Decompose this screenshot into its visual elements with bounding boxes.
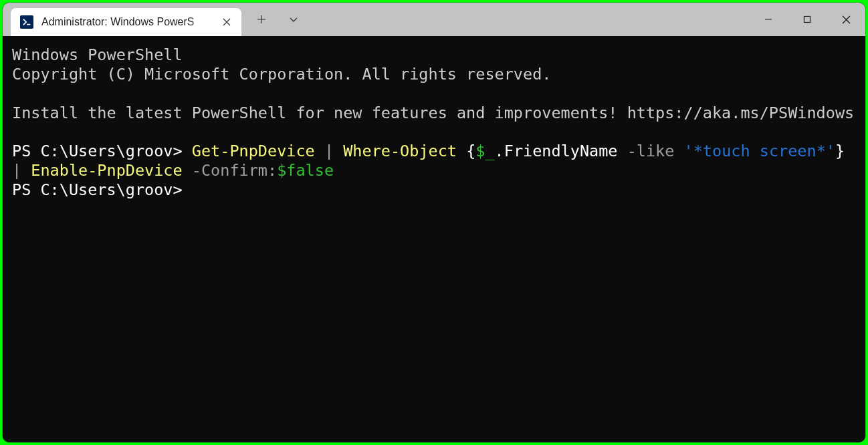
tab-title: Administrator: Windows PowerS xyxy=(41,16,215,28)
cmdlet: Get-PnpDevice xyxy=(192,142,315,160)
banner-line: Windows PowerShell xyxy=(12,45,183,64)
false-literal: $false xyxy=(277,161,334,180)
string: '*touch screen*' xyxy=(684,142,835,160)
tab-powershell[interactable]: Administrator: Windows PowerS xyxy=(11,8,241,36)
minimize-button[interactable] xyxy=(749,3,788,36)
banner-line: Install the latest PowerShell for new fe… xyxy=(12,104,854,122)
brace: { xyxy=(457,142,475,160)
operator: -like xyxy=(627,142,684,160)
space xyxy=(183,161,192,180)
tab-close-button[interactable] xyxy=(219,14,235,30)
prompt: PS C:\Users\groov> xyxy=(12,180,183,199)
brace: } xyxy=(835,142,845,160)
pipe: | xyxy=(315,142,343,160)
powershell-icon xyxy=(20,15,33,29)
tab-strip: Administrator: Windows PowerS xyxy=(3,3,749,36)
new-tab-button[interactable] xyxy=(245,3,278,36)
tab-actions xyxy=(245,3,310,36)
terminal-window: Administrator: Windows PowerS xyxy=(3,3,865,442)
cmdlet: Enable-PnpDevice xyxy=(31,161,182,180)
titlebar[interactable]: Administrator: Windows PowerS xyxy=(3,3,865,36)
member: .FriendlyName xyxy=(495,142,627,160)
parameter: -Confirm: xyxy=(192,161,277,180)
tab-dropdown-button[interactable] xyxy=(278,3,310,36)
svg-rect-0 xyxy=(804,17,810,23)
maximize-button[interactable] xyxy=(788,3,827,36)
cmdlet: Where-Object xyxy=(343,142,457,160)
window-controls xyxy=(749,3,865,36)
close-button[interactable] xyxy=(827,3,865,36)
variable: $_ xyxy=(475,142,494,160)
terminal-output[interactable]: Windows PowerShell Copyright (C) Microso… xyxy=(3,36,865,442)
prompt: PS C:\Users\groov> xyxy=(12,142,192,160)
banner-line: Copyright (C) Microsoft Corporation. All… xyxy=(12,65,551,84)
